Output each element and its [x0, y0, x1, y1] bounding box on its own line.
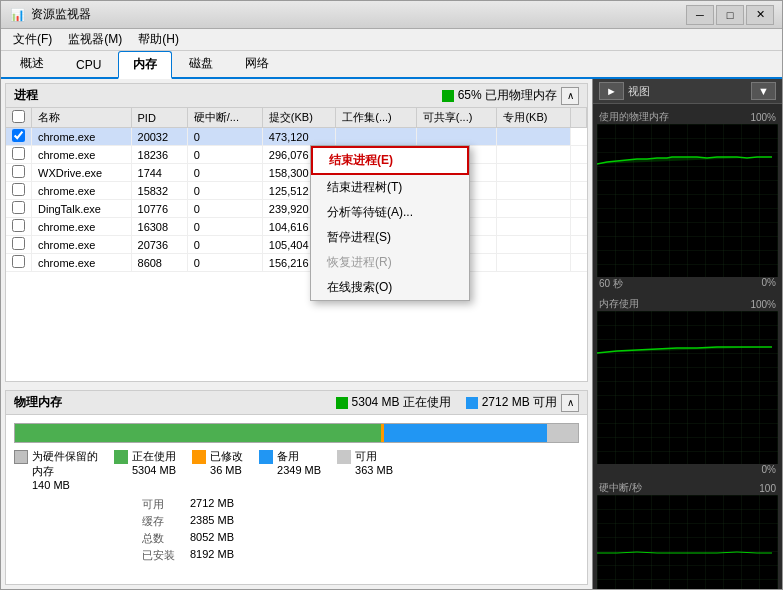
chart3-canvas [597, 495, 778, 589]
row-checkbox-cell[interactable] [6, 236, 32, 254]
row-checkbox[interactable] [12, 129, 25, 142]
context-menu-item[interactable]: 分析等待链(A)... [311, 200, 469, 225]
tab-memory[interactable]: 内存 [118, 51, 172, 79]
row-name: DingTalk.exe [32, 200, 132, 218]
right-expand-btn[interactable]: ► [599, 82, 624, 100]
right-panel: ► 视图 ▼ 使用的物理内存 100% [592, 79, 782, 589]
row-checkbox-cell[interactable] [6, 218, 32, 236]
row-checkbox-cell[interactable] [6, 182, 32, 200]
window-icon: 📊 [9, 7, 25, 23]
memory-section: 物理内存 5304 MB 正在使用 2712 MB 可用 ∧ [5, 390, 588, 585]
chart1-title-row: 使用的物理内存 100% [597, 108, 778, 124]
col-pid[interactable]: PID [131, 108, 187, 128]
context-menu-item[interactable]: 结束进程树(T) [311, 175, 469, 200]
stat-cache: 缓存 2385 MB [142, 514, 571, 529]
window-controls: ─ □ ✕ [686, 5, 774, 25]
context-menu-item[interactable]: 在线搜索(O) [311, 275, 469, 300]
process-section: 进程 65% 已用物理内存 ∧ 名称 PID [5, 83, 588, 382]
tab-network[interactable]: 网络 [230, 50, 284, 77]
row-pid: 20736 [131, 236, 187, 254]
row-hard: 0 [187, 164, 262, 182]
process-table-container[interactable]: 名称 PID 硬中断/... 提交(KB) 工作集(...) 可共享(...) … [6, 108, 587, 381]
process-section-header[interactable]: 进程 65% 已用物理内存 ∧ [6, 84, 587, 108]
memory-stats: 可用 2712 MB 缓存 2385 MB 总数 8052 MB 已安装 [134, 497, 579, 571]
chart1-svg [597, 124, 778, 277]
legend-hardware-color [14, 450, 28, 464]
chart1-pct-top: 100% [750, 112, 776, 123]
row-checkbox-cell[interactable] [6, 254, 32, 272]
table-row[interactable]: chrome.exe 8608 0 156,216 1 [6, 254, 587, 272]
right-view-dropdown-btn[interactable]: ▼ [751, 82, 776, 100]
chart2-title: 内存使用 [599, 297, 639, 311]
select-all-checkbox[interactable] [12, 110, 25, 123]
context-menu-item[interactable]: 结束进程(E) [311, 146, 469, 175]
minimize-button[interactable]: ─ [686, 5, 714, 25]
row-checkbox[interactable] [12, 147, 25, 160]
row-checkbox[interactable] [12, 237, 25, 250]
stat-total: 总数 8052 MB [142, 531, 571, 546]
legend-modified-text: 已修改 36 MB [210, 449, 243, 476]
table-row[interactable]: chrome.exe 16308 0 104,616 1 [6, 218, 587, 236]
row-pid: 10776 [131, 200, 187, 218]
memory-section-header[interactable]: 物理内存 5304 MB 正在使用 2712 MB 可用 ∧ [6, 391, 587, 415]
context-menu-item[interactable]: 恢复进程(R) [311, 250, 469, 275]
context-menu-item[interactable]: 暂停进程(S) [311, 225, 469, 250]
col-scroll [571, 108, 587, 128]
row-hard: 0 [187, 200, 262, 218]
memory-available-dot [466, 397, 478, 409]
col-name[interactable]: 名称 [32, 108, 132, 128]
tab-cpu[interactable]: CPU [61, 53, 116, 77]
col-commit[interactable]: 提交(KB) [262, 108, 335, 128]
row-name: chrome.exe [32, 128, 132, 146]
table-row[interactable]: chrome.exe 15832 0 125,512 [6, 182, 587, 200]
memory-legend: 为硬件保留的 内存 140 MB 正在使用 5304 MB [14, 449, 579, 491]
menu-file[interactable]: 文件(F) [5, 29, 60, 50]
row-pid: 1744 [131, 164, 187, 182]
mem-bar-used [15, 424, 381, 442]
tab-disk[interactable]: 磁盘 [174, 50, 228, 77]
memory-bar [14, 423, 579, 443]
legend-modified-color [192, 450, 206, 464]
chart2-svg [597, 311, 778, 464]
table-row[interactable]: chrome.exe 18236 0 296,076 2 [6, 146, 587, 164]
close-button[interactable]: ✕ [746, 5, 774, 25]
col-shared[interactable]: 可共享(...) [416, 108, 497, 128]
table-row[interactable]: chrome.exe 20736 0 105,404 1 [6, 236, 587, 254]
row-hard: 0 [187, 254, 262, 272]
row-private [497, 164, 571, 182]
chart3-title: 硬中断/秒 [599, 481, 642, 495]
chart1-grid [597, 124, 778, 277]
row-checkbox-cell[interactable] [6, 128, 32, 146]
row-checkbox-cell[interactable] [6, 200, 32, 218]
tab-overview[interactable]: 概述 [5, 50, 59, 77]
legend-standby-text: 备用 2349 MB [277, 449, 321, 476]
legend-used-color [114, 450, 128, 464]
row-hard: 0 [187, 128, 262, 146]
col-check[interactable] [6, 108, 32, 128]
table-row[interactable]: WXDrive.exe 1744 0 158,300 1 [6, 164, 587, 182]
col-workset[interactable]: 工作集(...) [336, 108, 417, 128]
process-collapse-btn[interactable]: ∧ [561, 87, 579, 105]
table-row[interactable]: chrome.exe 20032 0 473,120 [6, 128, 587, 146]
row-checkbox-cell[interactable] [6, 164, 32, 182]
mem-bar-free [547, 424, 578, 442]
row-checkbox[interactable] [12, 165, 25, 178]
col-hard[interactable]: 硬中断/... [187, 108, 262, 128]
menu-monitor[interactable]: 监视器(M) [60, 29, 130, 50]
maximize-button[interactable]: □ [716, 5, 744, 25]
row-checkbox[interactable] [12, 201, 25, 214]
row-private [497, 200, 571, 218]
row-checkbox-cell[interactable] [6, 146, 32, 164]
row-checkbox[interactable] [12, 183, 25, 196]
col-private[interactable]: 专用(KB) [497, 108, 571, 128]
table-row[interactable]: DingTalk.exe 10776 0 239,920 [6, 200, 587, 218]
legend-hardware-text: 为硬件保留的 内存 140 MB [32, 449, 98, 491]
row-name: chrome.exe [32, 254, 132, 272]
menu-help[interactable]: 帮助(H) [130, 29, 187, 50]
memory-collapse-btn[interactable]: ∧ [561, 394, 579, 412]
row-checkbox[interactable] [12, 255, 25, 268]
row-checkbox[interactable] [12, 219, 25, 232]
memory-title: 物理内存 [14, 394, 336, 411]
row-private [497, 254, 571, 272]
row-private [497, 236, 571, 254]
